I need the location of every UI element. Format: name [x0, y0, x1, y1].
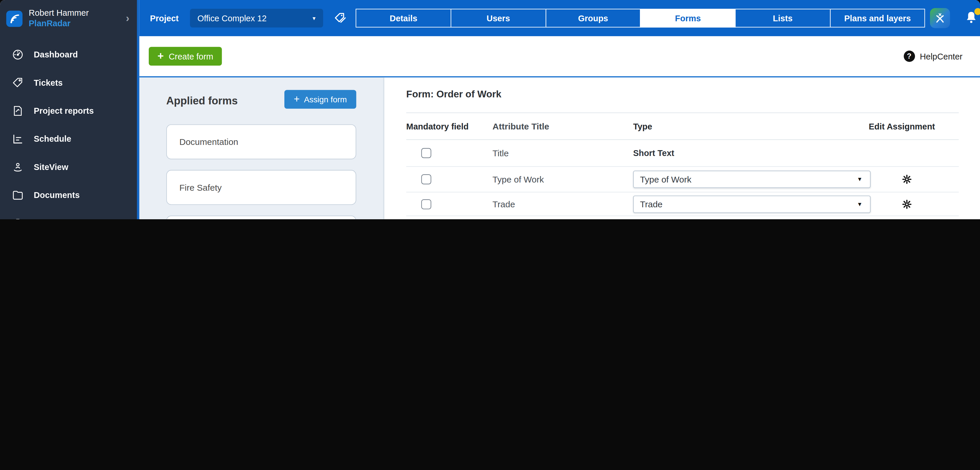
project-select[interactable]: Office Complex 12 ▼ [190, 9, 323, 27]
stamp-icon [12, 218, 24, 219]
gear-icon[interactable] [901, 198, 913, 210]
table-header: Mandatory field Attribute Title Type Edi… [406, 113, 959, 140]
user-name: Robert Hammer [29, 8, 89, 19]
planradar-app: Robert Hammer PlanRadar › Dashboard Tick… [0, 0, 980, 219]
sidebar-item-label: Approvals [34, 219, 75, 219]
chevron-down-icon: ▼ [312, 16, 317, 21]
form-card-maintenance[interactable]: Maintenance [166, 216, 356, 219]
assign-form-button[interactable]: + Assign form [285, 90, 356, 109]
applied-forms-panel: Applied forms + Assign form Documentatio… [139, 78, 384, 219]
sidebar-item-tickets[interactable]: Tickets [0, 69, 137, 97]
gear-icon[interactable] [901, 174, 913, 185]
sidebar: Robert Hammer PlanRadar › Dashboard Tick… [0, 0, 139, 219]
col-attribute-title: Attribute Title [493, 121, 549, 131]
person-pin-icon [12, 161, 24, 173]
planradar-logo-icon [6, 11, 22, 27]
dashboard-icon [12, 49, 24, 60]
plus-icon: + [294, 94, 299, 105]
form-toolbar: + Create form ? HelpCenter [139, 36, 980, 77]
brand-name: PlanRadar [29, 19, 89, 29]
mandatory-checkbox[interactable] [421, 148, 431, 158]
connect-app-icon[interactable] [930, 8, 950, 28]
col-edit-assignment: Edit Assignment [869, 122, 935, 131]
sidebar-item-documents[interactable]: Documents [0, 181, 137, 209]
project-tabs: Details Users Groups Forms Lists Plans a… [356, 9, 925, 27]
mandatory-checkbox[interactable] [421, 175, 431, 184]
gantt-icon [12, 133, 24, 145]
report-icon [12, 105, 24, 117]
sidebar-nav: Dashboard Tickets Project reports Schedu… [0, 41, 137, 219]
sidebar-item-label: Dashboard [34, 50, 78, 59]
notifications-bell-icon[interactable] [964, 10, 980, 26]
sidebar-item-schedule[interactable]: Schedule [0, 125, 137, 153]
plus-icon: + [158, 50, 164, 62]
col-mandatory: Mandatory field [406, 122, 469, 131]
chevron-right-icon: › [126, 13, 129, 25]
sidebar-item-label: Project reports [34, 106, 94, 116]
sidebar-item-project-reports[interactable]: Project reports [0, 97, 137, 125]
chevron-down-icon: ▼ [857, 201, 862, 207]
sidebar-item-dashboard[interactable]: Dashboard [0, 41, 137, 68]
topbar: Project Office Complex 12 ▼ Details User… [139, 0, 980, 36]
sidebar-item-approvals[interactable]: Approvals › [0, 210, 137, 219]
create-form-button[interactable]: + Create form [149, 47, 222, 66]
table-row-type-of-work: Type of Work Type of Work ▼ [406, 167, 959, 192]
tab-details[interactable]: Details [356, 9, 451, 27]
type-select[interactable]: Trade ▼ [633, 195, 870, 213]
attributes-table: Title Short Text Type of Work Type of Wo… [406, 140, 959, 219]
sidebar-item-label: SiteView [34, 162, 68, 172]
mandatory-checkbox[interactable] [421, 199, 431, 209]
form-card-fire-safety[interactable]: Fire Safety [166, 170, 356, 205]
type-select[interactable]: Type of Work ▼ [633, 171, 870, 188]
chevron-right-icon: › [125, 218, 128, 219]
col-type: Type [633, 122, 652, 131]
tags-icon[interactable] [333, 11, 347, 25]
sidebar-item-label: Tickets [34, 78, 63, 87]
helpcenter-link[interactable]: ? HelpCenter [904, 51, 963, 62]
tab-plans-and-layers[interactable]: Plans and layers [830, 9, 925, 27]
form-detail: Form: Order of Work Mandatory field Attr… [384, 78, 980, 219]
project-label: Project [150, 13, 178, 23]
form-detail-title: Form: Order of Work [406, 89, 501, 100]
form-card-documentation[interactable]: Documentation [166, 124, 356, 159]
table-row-title: Title Short Text [406, 140, 959, 167]
table-row-trade: Trade Trade ▼ [406, 192, 959, 216]
table-row-assignee: Assignee List [406, 216, 959, 219]
notification-dot [974, 8, 980, 15]
account-switcher[interactable]: Robert Hammer PlanRadar › [0, 0, 137, 38]
tag-icon [12, 77, 24, 89]
sidebar-item-siteview[interactable]: SiteView [0, 153, 137, 181]
sidebar-item-label: Schedule [34, 134, 72, 144]
sidebar-item-label: Documents [34, 191, 80, 200]
tab-users[interactable]: Users [450, 9, 546, 27]
applied-forms-list: Documentation Fire Safety Maintenance Or… [166, 124, 356, 219]
tab-groups[interactable]: Groups [546, 9, 641, 27]
tab-lists[interactable]: Lists [735, 9, 830, 27]
applied-forms-title: Applied forms [166, 95, 238, 108]
question-mark-icon: ? [904, 51, 915, 62]
folder-icon [12, 189, 24, 201]
chevron-down-icon: ▼ [857, 176, 862, 182]
tab-forms[interactable]: Forms [640, 9, 736, 27]
project-select-value: Office Complex 12 [197, 13, 267, 23]
